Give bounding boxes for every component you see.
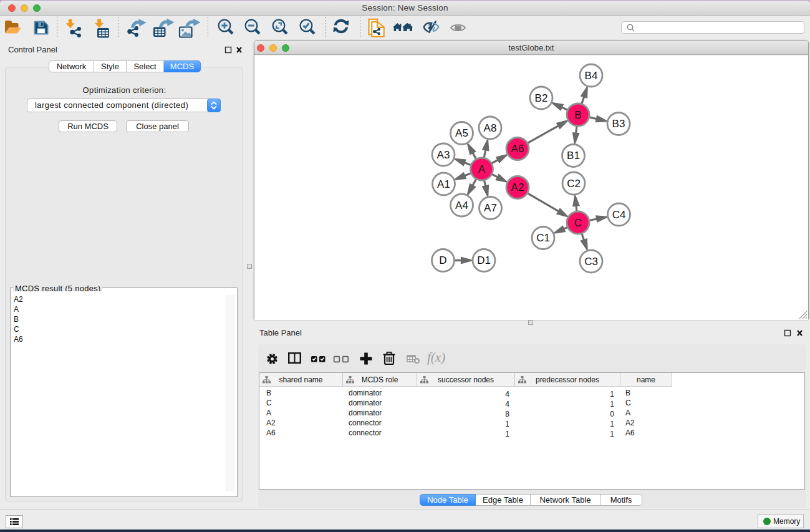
svg-text:A: A bbox=[478, 163, 486, 175]
svg-text:B3: B3 bbox=[612, 118, 625, 130]
svg-text:C2: C2 bbox=[567, 178, 581, 190]
svg-text:C3: C3 bbox=[584, 256, 598, 268]
svg-text:A4: A4 bbox=[455, 200, 468, 211]
svg-text:A5: A5 bbox=[455, 127, 468, 139]
svg-text:A1: A1 bbox=[437, 178, 450, 190]
svg-text:B4: B4 bbox=[585, 70, 598, 82]
svg-text:A3: A3 bbox=[437, 149, 450, 161]
svg-text:A2: A2 bbox=[511, 181, 524, 193]
svg-text:B: B bbox=[574, 109, 581, 121]
svg-text:B1: B1 bbox=[567, 150, 580, 162]
svg-text:A7: A7 bbox=[484, 202, 497, 214]
svg-text:C4: C4 bbox=[612, 209, 626, 221]
svg-text:D1: D1 bbox=[477, 254, 491, 266]
svg-text:A8: A8 bbox=[484, 122, 497, 134]
svg-text:C: C bbox=[574, 217, 582, 229]
svg-text:A6: A6 bbox=[511, 143, 524, 155]
svg-text:B2: B2 bbox=[535, 92, 548, 104]
svg-text:C1: C1 bbox=[536, 232, 550, 244]
svg-text:D: D bbox=[439, 254, 446, 266]
